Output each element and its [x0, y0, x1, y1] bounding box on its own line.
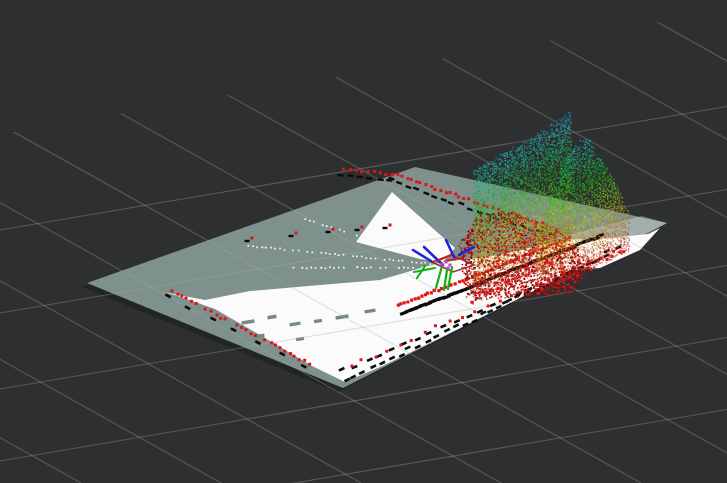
rviz-window — [0, 0, 727, 483]
rviz-3d-viewport[interactable] — [0, 0, 727, 483]
